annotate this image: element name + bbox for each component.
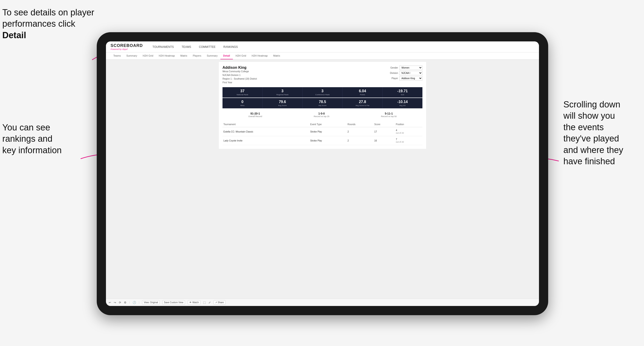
logo-scoreboard: SCOREBOARD — [110, 43, 143, 48]
gender-label: Gender — [390, 66, 398, 69]
player-school: Mesa Community College — [222, 70, 257, 73]
filter-division-row: Division NJCAA I — [390, 71, 422, 75]
player-filter-label: Player — [392, 77, 398, 80]
rounds-1: 2 — [347, 127, 373, 136]
stat-regional-rank: 3 Regional Rank — [262, 87, 303, 98]
col-event-type: Event Type — [309, 122, 347, 127]
watch-icon: 👁 — [189, 301, 192, 304]
watch-label: Watch — [192, 301, 199, 304]
logo-powered: Powered by clippd — [110, 48, 143, 50]
sub-tabs: Teams Summary H2H Grid H2H Heatmap Matri… — [106, 52, 539, 60]
record-top50: 5-11-1 Record vs top 50 — [381, 112, 397, 118]
position-1: 4 out of 20 — [395, 127, 422, 136]
save-custom-btn[interactable]: Save Custom View — [162, 300, 185, 305]
undo-icon[interactable]: ↩ — [109, 301, 111, 304]
tab-summary-1[interactable]: Summary — [124, 52, 140, 59]
tablet-frame: SCOREBOARD Powered by clippd TOURNAMENTS… — [97, 32, 548, 315]
stat-adj-score: 78.5 Adj Score — [303, 98, 343, 108]
stat-national-rank: 37 National Rank — [222, 87, 262, 98]
filter-gender-row: Gender Women — [390, 66, 422, 70]
content-card: Addison King Mesa Community College NJCA… — [219, 62, 426, 149]
nav-committee[interactable]: COMMITTEE — [198, 44, 216, 49]
gender-select[interactable]: Women — [400, 66, 422, 70]
tournament-name-2: Lady Coyote Invite — [222, 136, 309, 145]
col-rounds: Rounds — [347, 122, 373, 127]
col-score: Score — [373, 122, 395, 127]
clock-icon[interactable]: 🕐 — [133, 301, 136, 304]
stat-avg-sg: -10.14 Avg SG — [382, 98, 422, 108]
col-tournament: Tournament — [222, 122, 309, 127]
score-1: 17 — [373, 127, 395, 136]
score-2: 16 — [373, 136, 395, 145]
tab-matrix-1[interactable]: Matrix — [178, 52, 190, 59]
stat-sos: -19.71 SoS — [382, 87, 422, 98]
event-type-1: Stroke Play — [309, 127, 347, 136]
tab-summary-2[interactable]: Summary — [204, 52, 220, 59]
col-position: Position — [395, 122, 422, 127]
app-navbar: SCOREBOARD Powered by clippd TOURNAMENTS… — [106, 41, 539, 52]
expand-icon[interactable]: ⤢ — [208, 301, 211, 304]
tab-detail[interactable]: Detail — [220, 52, 233, 59]
annotation-right: Scrolling down will show you the events … — [564, 99, 642, 167]
table-row: Lady Coyote Invite Stroke Play 2 16 7 ou… — [222, 136, 422, 145]
refresh-icon[interactable]: ⟳ — [119, 301, 121, 304]
tab-players[interactable]: Players — [190, 52, 204, 59]
annotation-bottom-left: You can see rankings and key information — [2, 122, 80, 156]
player-filters: Gender Women Division NJCAA I — [390, 66, 422, 84]
tournament-table: Tournament Event Type Rounds Score Posit… — [222, 122, 422, 145]
stats-row-1: 37 National Rank 3 Regional Rank 3 Confe… — [222, 87, 422, 98]
watch-btn[interactable]: 👁 Watch — [188, 300, 200, 305]
tab-matrix-2[interactable]: Matrix — [270, 52, 283, 59]
view-original-btn[interactable]: View: Original — [142, 300, 160, 305]
player-year: First Year — [222, 81, 257, 84]
nav-teams[interactable]: TEAMS — [181, 44, 192, 49]
record-top25: 1-5-0 Record vs top 25 — [314, 112, 329, 118]
redo-icon[interactable]: ↪ — [114, 301, 116, 304]
stat-avg-score-par: 27.8 Avg Score to Par — [342, 98, 382, 108]
nav-tournaments[interactable]: TOURNAMENTS — [152, 44, 174, 49]
tab-h2h-grid-1[interactable]: H2H Grid — [140, 52, 156, 59]
filter-player-row: Player Addison King — [392, 76, 422, 81]
screen-icon[interactable]: ⬚ — [203, 301, 206, 304]
tab-teams[interactable]: Teams — [110, 52, 124, 59]
event-type-2: Stroke Play — [309, 136, 347, 145]
stat-avg-score: 79.6 Avg Score — [262, 98, 303, 108]
position-2: 7 out of 20 — [395, 136, 422, 145]
view-original-label: View: Original — [144, 301, 158, 304]
player-select[interactable]: Addison King — [400, 76, 422, 81]
share-btn[interactable]: ↗ Share — [214, 300, 226, 305]
rounds-2: 2 — [347, 136, 373, 145]
stat-wins: 0 Wins — [222, 98, 262, 108]
player-name: Addison King — [222, 66, 257, 70]
annotation-top-left: To see details on player performances cl… — [2, 7, 94, 41]
tournament-name-1: Estella CC- Mountain Classic — [222, 127, 309, 136]
settings-icon[interactable]: ⚙ — [124, 301, 126, 304]
main-content: Addison King Mesa Community College NJCA… — [106, 60, 539, 299]
player-division: NJCAA Division 1 — [222, 73, 257, 77]
table-row: Estella CC- Mountain Classic Stroke Play… — [222, 127, 422, 136]
tab-h2h-heatmap-1[interactable]: H2H Heatmap — [156, 52, 178, 59]
share-icon: ↗ — [215, 301, 217, 304]
player-info: Addison King Mesa Community College NJCA… — [222, 66, 257, 84]
nav-rankings[interactable]: RANKINGS — [223, 44, 238, 49]
record-overall: 91-20-1 Overall Record — [248, 112, 262, 118]
tablet-screen: SCOREBOARD Powered by clippd TOURNAMENTS… — [106, 41, 539, 306]
stat-points: 6.04 Points — [342, 87, 382, 98]
tab-h2h-grid-2[interactable]: H2H Grid — [233, 52, 249, 59]
table-header-row: Tournament Event Type Rounds Score Posit… — [222, 122, 422, 127]
player-region: Region 1 - Southwest (18) District — [222, 77, 257, 81]
player-header: Addison King Mesa Community College NJCA… — [222, 66, 422, 84]
stat-conference-rank: 3 Conference Rank — [303, 87, 343, 98]
division-select[interactable]: NJCAA I — [400, 71, 422, 75]
bottom-toolbar: ↩ ↪ ⟳ ⚙ | 🕐 | View: Original Save Custom… — [106, 299, 539, 306]
records-row: 91-20-1 Overall Record 1-5-0 Record vs t… — [222, 111, 422, 119]
logo-area: SCOREBOARD Powered by clippd — [110, 43, 143, 50]
tab-h2h-heatmap-2[interactable]: H2H Heatmap — [249, 52, 271, 59]
stats-row-2: 0 Wins 79.6 Avg Score 78.5 Adj Score 27.… — [222, 98, 422, 108]
division-label: Division — [390, 72, 398, 74]
save-custom-label: Save Custom View — [164, 301, 183, 304]
share-label: Share — [218, 301, 224, 304]
